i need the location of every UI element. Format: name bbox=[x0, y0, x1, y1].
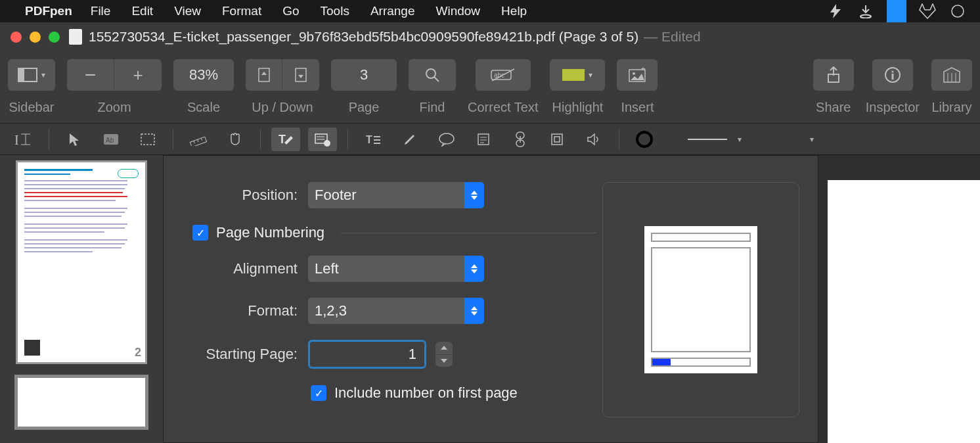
select-arrows-icon bbox=[464, 298, 484, 324]
menu-format[interactable]: Format bbox=[222, 4, 261, 18]
menu-arrange[interactable]: Arrange bbox=[370, 4, 415, 18]
sidebar-label: Sidebar bbox=[9, 100, 55, 115]
sound-tool-icon[interactable] bbox=[579, 128, 608, 151]
minimize-window-button[interactable] bbox=[30, 32, 41, 43]
page-down-button[interactable] bbox=[282, 59, 319, 91]
note-tool-icon[interactable] bbox=[469, 128, 498, 151]
blue-tray-app-icon[interactable] bbox=[887, 0, 906, 22]
sidebar-toggle-button[interactable]: ▾ bbox=[8, 59, 55, 91]
scale-field[interactable]: 83% bbox=[173, 59, 234, 91]
menu-go[interactable]: Go bbox=[282, 4, 299, 18]
svg-rect-24 bbox=[141, 134, 154, 145]
share-label: Share bbox=[816, 100, 851, 115]
download-icon[interactable] bbox=[857, 2, 875, 20]
include-first-page-checkbox[interactable]: ✓ bbox=[311, 385, 326, 401]
close-window-button[interactable] bbox=[11, 32, 22, 43]
menu-file[interactable]: File bbox=[91, 4, 111, 18]
svg-rect-47 bbox=[554, 137, 560, 142]
svg-line-28 bbox=[201, 138, 202, 141]
preview-page bbox=[644, 226, 757, 373]
menu-edit[interactable]: Edit bbox=[131, 4, 153, 18]
redact-tool-icon[interactable] bbox=[308, 128, 337, 151]
stroke-style-picker[interactable] bbox=[688, 139, 727, 140]
page-thumbnail-2[interactable]: 2 bbox=[16, 160, 147, 364]
preview-footer-region bbox=[651, 358, 751, 367]
edit-toolbar: I Ab T T ▾ bbox=[0, 124, 980, 155]
highlight-text-tool-icon[interactable]: T bbox=[271, 128, 300, 151]
fullscreen-window-button[interactable] bbox=[49, 32, 60, 43]
correct-text-button[interactable]: abc bbox=[476, 59, 531, 91]
bolt-icon[interactable] bbox=[826, 2, 845, 20]
preview-page-number-marker bbox=[652, 359, 671, 365]
separator bbox=[340, 233, 597, 233]
svg-point-16 bbox=[891, 71, 893, 73]
select-arrows-icon bbox=[464, 256, 484, 282]
pan-tool-icon[interactable] bbox=[221, 128, 250, 151]
page-up-button[interactable] bbox=[246, 59, 282, 91]
document-view[interactable] bbox=[818, 155, 980, 443]
position-select[interactable]: Footer bbox=[308, 182, 484, 208]
svg-point-33 bbox=[324, 140, 330, 147]
svg-text:T: T bbox=[278, 133, 286, 146]
text-edit-tool-icon[interactable]: I bbox=[9, 128, 38, 151]
share-button[interactable] bbox=[813, 59, 854, 91]
highlight-button[interactable]: ▾ bbox=[550, 59, 605, 91]
include-first-page-label: Include number on first page bbox=[334, 385, 518, 402]
menu-view[interactable]: View bbox=[174, 4, 201, 18]
measure-tool-icon[interactable] bbox=[184, 128, 213, 151]
app-menu[interactable]: PDFpen bbox=[25, 4, 72, 18]
highlight-label: Highlight bbox=[552, 100, 604, 115]
color-ring-icon[interactable] bbox=[630, 128, 659, 151]
menu-help[interactable]: Help bbox=[501, 4, 527, 18]
starting-page-input[interactable]: 1 bbox=[308, 340, 426, 369]
library-button[interactable] bbox=[931, 59, 972, 91]
format-select[interactable]: 1,2,3 bbox=[308, 298, 484, 324]
starting-page-stepper[interactable] bbox=[435, 342, 453, 367]
pencil-tool-icon[interactable] bbox=[395, 128, 424, 151]
svg-point-12 bbox=[633, 72, 635, 75]
chevron-down-icon[interactable]: ▾ bbox=[738, 135, 742, 144]
alignment-select[interactable]: Left bbox=[308, 256, 484, 282]
zoom-out-button[interactable]: − bbox=[67, 59, 114, 91]
inspector-button[interactable] bbox=[872, 59, 913, 91]
updown-label: Up / Down bbox=[252, 100, 313, 115]
svg-line-27 bbox=[198, 139, 198, 142]
document-page bbox=[828, 180, 980, 443]
text-format-tool-icon[interactable]: T bbox=[359, 128, 388, 151]
link-tool-icon[interactable] bbox=[506, 128, 535, 151]
format-label: Format: bbox=[177, 302, 308, 319]
attachment-tool-icon[interactable] bbox=[543, 128, 571, 151]
page-field[interactable]: 3 bbox=[331, 59, 397, 91]
text-select-tool-icon[interactable]: Ab bbox=[97, 128, 125, 151]
comment-tool-icon[interactable] bbox=[432, 128, 461, 151]
chevron-down-icon[interactable]: ▾ bbox=[810, 135, 814, 144]
page-numbering-checkbox[interactable]: ✓ bbox=[192, 225, 208, 241]
page-thumbnail-3[interactable] bbox=[16, 376, 147, 429]
insert-button[interactable]: + bbox=[617, 59, 657, 91]
circle-icon[interactable] bbox=[948, 2, 967, 20]
stepper-down-icon[interactable] bbox=[435, 355, 453, 367]
document-proxy-icon[interactable] bbox=[69, 29, 82, 45]
thumbnail-sidebar: 2 bbox=[0, 155, 163, 443]
stepper-up-icon[interactable] bbox=[435, 342, 453, 355]
svg-text:Ab: Ab bbox=[106, 137, 114, 144]
arrow-select-tool-icon[interactable] bbox=[60, 128, 89, 151]
menu-tools[interactable]: Tools bbox=[321, 4, 349, 18]
fill-style-picker[interactable] bbox=[763, 139, 802, 139]
gitlab-icon[interactable] bbox=[918, 2, 937, 20]
insert-label: Insert bbox=[621, 100, 654, 115]
find-label: Find bbox=[420, 100, 445, 115]
marquee-select-tool-icon[interactable] bbox=[133, 128, 162, 151]
svg-point-0 bbox=[860, 15, 871, 18]
svg-point-1 bbox=[952, 5, 964, 17]
window-title: 1552730534_E-ticket_passenger_9b76f83ebd… bbox=[89, 29, 638, 45]
zoom-in-button[interactable]: + bbox=[114, 59, 162, 91]
svg-text:I: I bbox=[14, 133, 19, 147]
inspector-label: Inspector bbox=[866, 100, 920, 115]
starting-page-value: 1 bbox=[409, 346, 416, 363]
preview-box bbox=[602, 182, 799, 417]
correct-text-label: Correct Text bbox=[468, 100, 538, 115]
menu-window[interactable]: Window bbox=[436, 4, 481, 18]
svg-line-26 bbox=[194, 141, 194, 143]
find-button[interactable] bbox=[409, 59, 456, 91]
